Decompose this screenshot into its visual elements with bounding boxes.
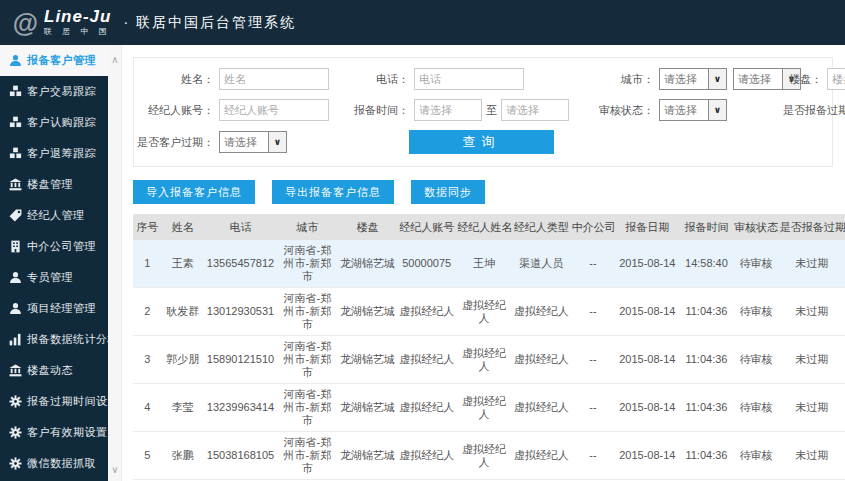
company-icon [9, 240, 22, 253]
sidebar-item[interactable]: 报备过期时间设置 [0, 386, 108, 417]
column-header: 报备时间 [680, 214, 733, 240]
data-sync-button[interactable]: 数据同步 [411, 180, 485, 204]
phone-input[interactable] [414, 68, 524, 90]
sidebar-scrollbar[interactable]: ∧ ∨ [108, 45, 122, 481]
table-cell: 龙湖锦艺城 [338, 432, 397, 480]
customer-name-link[interactable]: 李莹 [161, 384, 204, 432]
chevron-down-icon: ∨ [708, 69, 726, 89]
sidebar-item[interactable]: 报备客户管理 [0, 45, 108, 76]
table-cell: 虚拟经纪人 [397, 336, 456, 384]
table-cell: 未过期 [779, 240, 845, 288]
city-label: 城市： [584, 72, 659, 87]
customer-name-link[interactable]: 耿发群 [161, 288, 204, 336]
user-icon [9, 54, 22, 67]
table-cell: 2015-08-14 [615, 288, 680, 336]
table-cell: 2015-08-14 [615, 336, 680, 384]
table-cell: 11:04:36 [680, 336, 733, 384]
gear-icon [9, 457, 22, 470]
chevron-up-icon[interactable]: ∧ [108, 53, 122, 67]
sidebar-item[interactable]: 楼盘管理 [0, 169, 108, 200]
sidebar-item[interactable]: 客户退筹跟踪 [0, 138, 108, 169]
logo: Line-Ju 联 居 中 国 [44, 8, 111, 37]
gear-icon [9, 426, 22, 439]
table-cell: 15890121510 [204, 336, 277, 384]
city-province-select[interactable]: 请选择 ∨ [659, 68, 727, 90]
table-cell: 龙湖锦艺城 [338, 240, 397, 288]
logo-at-icon: @ [8, 6, 42, 40]
sidebar-item[interactable]: 中介公司管理 [0, 231, 108, 262]
import-report-customers-button[interactable]: 导入报备客户信息 [133, 180, 255, 204]
table-cell: -- [571, 288, 615, 336]
table-cell: 河南省-郑州市-新郑市 [277, 288, 338, 336]
sidebar-item[interactable]: 客户交易跟踪 [0, 76, 108, 107]
table-cell: 河南省-郑州市-新郑市 [277, 336, 338, 384]
sidebar-item-label: 项目经理管理 [27, 301, 96, 316]
sidebar-nav: 报备客户管理客户交易跟踪客户认购跟踪客户退筹跟踪楼盘管理经纪人管理中介公司管理专… [0, 45, 108, 481]
sidebar-item[interactable]: 客户认购跟踪 [0, 107, 108, 138]
table-row: 5张鹏15038168105河南省-郑州市-新郑市龙湖锦艺城虚拟经纪人虚拟经纪人… [133, 432, 845, 480]
estate-input[interactable] [827, 68, 845, 90]
table-row: 4李莹13239963414河南省-郑州市-新郑市龙湖锦艺城虚拟经纪人虚拟经纪人… [133, 384, 845, 432]
table-cell: 龙湖锦艺城 [338, 288, 397, 336]
report-customers-table: 序号姓名电话城市楼盘经纪人账号经纪人姓名经纪人类型中介公司报备日期报备时间审核状… [133, 214, 845, 481]
table-cell: 未过期 [779, 384, 845, 432]
table-cell: 11:04:36 [680, 432, 733, 480]
table-row: 2耿发群13012930531河南省-郑州市-新郑市龙湖锦艺城虚拟经纪人虚拟经纪… [133, 288, 845, 336]
sidebar-item[interactable]: 项目经理管理 [0, 293, 108, 324]
table-row: 3郭少朋15890121510河南省-郑州市-新郑市龙湖锦艺城虚拟经纪人虚拟经纪… [133, 336, 845, 384]
table-cell: 渠道人员 [512, 240, 571, 288]
table-row: 1王素13565457812河南省-郑州市-新郑市龙湖锦艺城50000075王坤… [133, 240, 845, 288]
table-cell: 13565457812 [204, 240, 277, 288]
table-cell: 虚拟经纪人 [456, 384, 512, 432]
customer-name-link[interactable]: 张鹏 [161, 432, 204, 480]
export-report-customers-button[interactable]: 导出报备客户信息 [272, 180, 394, 204]
table-cell: 14:58:40 [680, 240, 733, 288]
user-icon [9, 302, 22, 315]
table-cell: 13012930531 [204, 288, 277, 336]
estate-label: 楼盘： [774, 72, 827, 87]
sidebar-item-label: 微信数据抓取 [27, 456, 96, 471]
building-icon [9, 178, 22, 191]
customer-expired-value: 请选择 [220, 132, 268, 152]
customer-expired-select[interactable]: 请选择 ∨ [219, 131, 287, 153]
table-cell: 3 [133, 336, 161, 384]
gear-icon [9, 395, 22, 408]
chevron-down-icon[interactable]: ∨ [108, 463, 122, 477]
top-header: @ Line-Ju 联 居 中 国 · 联居中国后台管理系统 [0, 0, 845, 45]
sidebar-item[interactable]: 楼盘动态 [0, 355, 108, 386]
sidebar-item-label: 报备过期时间设置 [27, 394, 119, 409]
report-time-from-input[interactable] [414, 99, 482, 121]
sidebar-item[interactable]: 报备数据统计分析 [0, 324, 108, 355]
sidebar-item[interactable]: 客户有效期设置 [0, 417, 108, 448]
main-content: 姓名： 电话： 城市： 请选择 ∨ 请选择 ∨ 楼盘： [122, 45, 845, 481]
customer-expired-label: 是否客户过期： [134, 135, 219, 150]
table-cell: 虚拟经纪人 [456, 336, 512, 384]
report-time-to-input[interactable] [501, 99, 569, 121]
table-cell: 2 [133, 288, 161, 336]
customer-name-link[interactable]: 郭少朋 [161, 336, 204, 384]
city-province-value: 请选择 [660, 69, 708, 89]
table-cell: 11:04:36 [680, 288, 733, 336]
audit-status-select[interactable]: 请选择 ∨ [659, 99, 727, 121]
table-cell: 11:04:36 [680, 384, 733, 432]
name-input[interactable] [219, 68, 329, 90]
logo-subtitle: 联 居 中 国 [44, 27, 111, 37]
sidebar-item-label: 报备数据统计分析 [27, 332, 119, 347]
customer-name-link[interactable]: 王素 [161, 240, 204, 288]
table-cell: -- [571, 384, 615, 432]
sidebar-item[interactable]: 微信数据抓取 [0, 448, 108, 479]
column-header: 报备日期 [615, 214, 680, 240]
column-header: 是否报备过期 [779, 214, 845, 240]
report-time-label: 报备时间： [339, 103, 414, 118]
sidebar-item-label: 客户交易跟踪 [27, 84, 96, 99]
table-cell: 待审核 [733, 288, 779, 336]
table-cell: 虚拟经纪人 [456, 432, 512, 480]
tag-icon [9, 209, 22, 222]
table-cell: 河南省-郑州市-新郑市 [277, 384, 338, 432]
agent-account-input[interactable] [219, 99, 329, 121]
search-button[interactable]: 查询 [409, 130, 554, 154]
column-header: 姓名 [161, 214, 204, 240]
sidebar-item[interactable]: 专员管理 [0, 262, 108, 293]
column-header: 经纪人姓名 [456, 214, 512, 240]
sidebar-item[interactable]: 经纪人管理 [0, 200, 108, 231]
